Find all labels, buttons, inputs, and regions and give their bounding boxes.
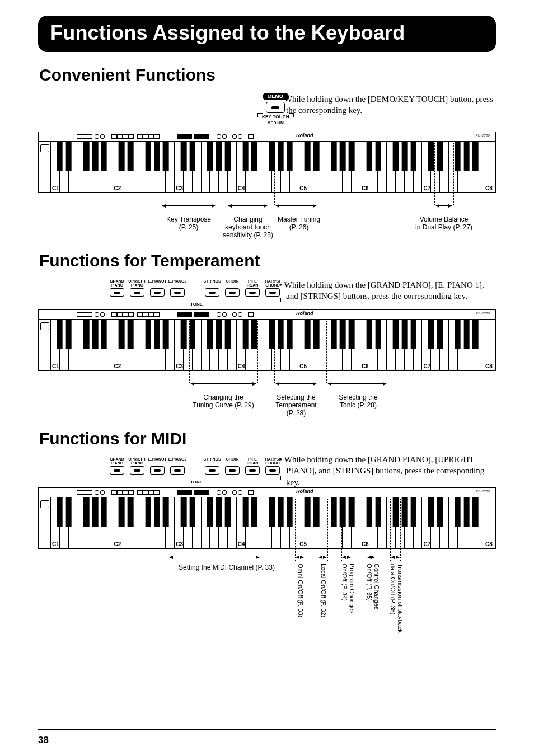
black-key [410,497,416,527]
black-key [375,319,381,349]
tone-button-label: CHOIR [221,457,243,461]
black-key [216,141,222,171]
black-key [242,319,249,349]
black-key [83,141,90,171]
octave-label: C6 [362,541,369,547]
side-panel [39,141,51,192]
black-key [225,497,231,527]
keyboard-diagram: Roland RD-2700 C1C2C3C4C5C6C7C8 [38,309,496,371]
black-key [455,319,461,349]
section-temperament: • While holding down the [GRAND PIANO], … [38,276,496,416]
annotations: Setting the MIDI Channel (P. 33) Omni On… [38,549,496,644]
octave-label: C6 [362,363,369,369]
roland-logo: Roland [296,489,313,494]
annotations: Changing theTuning Curve (P. 29) Selecti… [38,371,496,416]
black-key [340,497,346,527]
tone-label: TONE [190,302,203,307]
tone-button-label: CHOIR [221,279,243,283]
black-key [375,497,381,527]
black-key [278,141,284,171]
black-key [366,141,372,171]
black-key [428,141,434,171]
black-key [287,319,293,349]
page-title: Functions Assigned to the Keyboard [38,16,496,52]
octave-label: C2 [114,185,121,191]
octave-label: C4 [238,541,245,547]
tone-button-label: PIPERGAN [241,279,264,287]
black-key [349,497,355,527]
tone-button-label: HARPSICHORD [261,279,284,287]
black-key [216,319,222,349]
black-key [305,497,311,527]
black-key [145,141,151,171]
black-key [65,141,72,171]
black-key [455,141,461,171]
model-label: RD-2700 [476,490,490,493]
black-key [57,497,63,527]
annotation-midi-channel: Setting the MIDI Channel (P. 33) [171,564,283,571]
octave-label: C7 [423,541,430,547]
tone-button [225,288,240,297]
medium-label: MEDIUM [262,120,289,125]
black-key [428,497,434,527]
tone-button [110,288,124,297]
black-key [181,497,187,527]
black-key [145,497,151,527]
black-key [207,319,213,349]
tone-button-label: UPRIGHTPIANO [126,457,148,465]
tone-button [170,288,185,297]
black-key [101,141,107,171]
octave-label: C8 [485,185,493,191]
black-key [402,141,408,171]
page-number: 38 [38,735,49,746]
annotation-key-transpose: Key Transpose(P. 25) [149,215,228,231]
black-key [65,497,72,527]
black-key [242,141,249,171]
black-key [57,141,63,171]
tone-button [130,288,144,297]
black-key [313,319,320,349]
black-key [65,319,72,349]
black-key [216,497,222,527]
piano-keys: C1C2C3C4C5C6C7C8 [51,141,493,192]
black-key [181,141,187,171]
tone-button [170,466,185,475]
black-key [154,141,160,171]
black-key [181,319,187,349]
octave-label: C3 [176,363,183,369]
annotation-program-changes: Program ChangesOn/Off (P. 34) [341,564,355,642]
black-key [269,319,275,349]
black-key [305,319,311,349]
octave-label: C8 [485,363,493,369]
black-key [119,141,125,171]
footer-rule [38,729,496,730]
tone-button [225,466,240,475]
black-key [163,497,169,527]
black-key [92,141,99,171]
section-heading-convenient: Convenient Functions [39,65,496,84]
tone-button [265,466,280,475]
tone-button [205,288,219,297]
black-key [189,497,195,527]
octave-label: C1 [52,541,59,547]
black-key [313,141,320,171]
black-key [189,319,195,349]
black-key [402,497,408,527]
annotations: Key Transpose(P. 25) Changingkeyboard to… [38,193,496,238]
black-key [269,497,275,527]
tone-button-label: STRINGS [201,279,223,283]
tone-button [110,466,124,475]
section-heading-midi: Functions for MIDI [39,429,496,448]
black-key [145,319,151,349]
annotation-temperament: Selecting theTemperament(P. 28) [265,393,327,417]
black-key [455,497,461,527]
octave-label: C8 [485,541,493,547]
black-key [340,141,346,171]
tone-button-label: PIPERGAN [241,457,264,465]
black-key [463,497,470,527]
tone-button-strip: • While holding down the [GRAND PIANO], … [38,276,496,307]
section-midi: • While holding down the [GRAND PIANO], … [38,454,496,644]
octave-label: C5 [299,363,307,369]
annotation-control-changes: Control ChangesOn/Off (P. 35) [366,564,380,642]
black-key [163,319,169,349]
